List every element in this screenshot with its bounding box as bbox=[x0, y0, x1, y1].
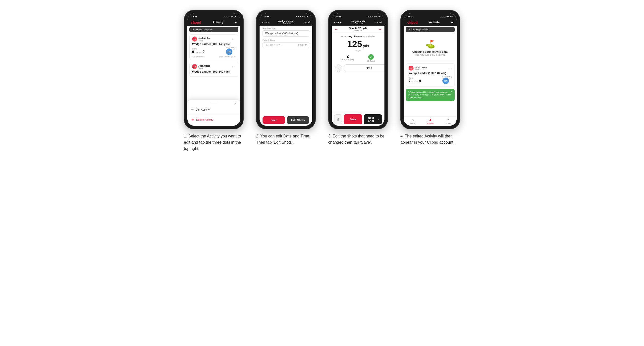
quality-label-4: Shot Quality bbox=[442, 76, 452, 78]
notch-3 bbox=[348, 13, 368, 18]
tab-activities[interactable]: ♟ Activities bbox=[422, 118, 439, 125]
signal-icon-4: ▲▲▲ bbox=[440, 16, 446, 18]
dots-menu-4[interactable]: ··· bbox=[449, 66, 452, 70]
tab-capture[interactable]: ⊕ Capture bbox=[439, 118, 456, 125]
user-date-4: Today bbox=[415, 69, 427, 70]
viewing-banner-4: ⚙ Viewing Activities bbox=[406, 27, 455, 32]
wifi-icon-2: WiFi bbox=[302, 16, 306, 18]
notch-2 bbox=[276, 13, 296, 18]
activity-card-4[interactable]: JC Josh Coles Today ··· Wedge Ladder (10… bbox=[406, 63, 455, 86]
phone-3-column: 14:39 ▲▲▲ WiFi ■ < Back Wedge Ladder 06 … bbox=[326, 10, 390, 146]
diff-value: 2 bbox=[342, 54, 354, 59]
arrow-icon-3: → bbox=[377, 118, 380, 121]
dots-menu-1[interactable]: ··· bbox=[232, 37, 236, 41]
phone-4-column: 14:38 ▲▲▲ WiFi ■ clippd Activity ≡ ⚙ V bbox=[398, 10, 462, 146]
capture-icon: ⊕ bbox=[446, 118, 450, 122]
shot-subheader: ← Shot 6, 125 yds Score 7/9 → bbox=[332, 26, 384, 33]
caption-4: 4. The edited Activity will then appear … bbox=[400, 133, 460, 146]
logo-1: clippd bbox=[191, 20, 201, 24]
form-buttons-2: Save Edit Shots bbox=[260, 114, 312, 126]
decrement-btn[interactable]: − bbox=[335, 64, 342, 72]
form-section-2: Practice Title Date & Time 06 / 03 / 202… bbox=[260, 26, 312, 114]
nav-title-3: Wedge Ladder bbox=[350, 20, 366, 23]
edit-activity-item[interactable]: ✏ Edit Activity bbox=[188, 105, 240, 114]
hamburger-icon-4[interactable]: ≡ bbox=[451, 20, 453, 24]
next-shot-btn[interactable]: Next Shot → bbox=[364, 114, 382, 124]
logo-4: clippd bbox=[407, 20, 418, 24]
notch-4 bbox=[420, 13, 440, 18]
practice-title-input[interactable] bbox=[262, 30, 309, 36]
delete-label-1: Delete Activity bbox=[196, 118, 213, 121]
signal-icon-3: ▲▲▲ bbox=[368, 16, 374, 18]
filter-icon-4: ⚙ bbox=[408, 28, 410, 31]
sheet-handle-1 bbox=[210, 103, 218, 103]
shot-stats-row: 2 Difference (yds) ✓ Hit Target bbox=[335, 54, 382, 62]
hamburger-icon-1[interactable]: ≡ bbox=[235, 20, 237, 24]
battery-icon-1: ■ bbox=[235, 16, 236, 18]
back-btn-3[interactable]: < Back bbox=[334, 21, 341, 24]
cancel-btn-2[interactable]: Cancel bbox=[303, 21, 310, 24]
shot-distance-input[interactable] bbox=[344, 64, 384, 72]
time-value: 1:13 PM bbox=[298, 44, 307, 46]
toast-close-icon[interactable]: ✕ bbox=[451, 90, 453, 94]
notch-1 bbox=[204, 13, 224, 18]
datetime-label: Date & Time bbox=[262, 39, 309, 41]
trash-btn-3[interactable]: 🗑 bbox=[334, 114, 342, 124]
back-btn-2[interactable]: < Back bbox=[262, 21, 269, 24]
updating-subtitle: This may take a few moments. bbox=[408, 54, 452, 56]
status-icons-1: ▲▲▲ WiFi ■ bbox=[224, 16, 236, 18]
phone-3: 14:39 ▲▲▲ WiFi ■ < Back Wedge Ladder 06 … bbox=[328, 10, 388, 129]
shot-content-3: Enter carry distance for each shot 125 y… bbox=[332, 33, 384, 113]
carry-bold: carry distance bbox=[347, 35, 362, 38]
dots-menu-2[interactable]: ··· bbox=[232, 65, 236, 68]
edit-icon-1: ✏ bbox=[191, 108, 194, 111]
nav-title-4: Activity bbox=[429, 21, 440, 24]
card-title-1: Wedge Ladder (100–140 yds) bbox=[192, 42, 236, 45]
activities-label: Activities bbox=[427, 123, 434, 124]
distance-value: 125 bbox=[347, 40, 362, 49]
date-sep2: / bbox=[274, 44, 275, 46]
hit-target-icon: ✓ bbox=[368, 54, 374, 60]
sheet-divider-1 bbox=[188, 115, 240, 115]
viewing-text-1: Viewing Activities bbox=[195, 28, 212, 31]
datetime-input[interactable]: 06 / 03 / 2023 1:13 PM bbox=[262, 42, 309, 48]
user-name-1: Josh Coles bbox=[198, 37, 210, 39]
date-day: 06 bbox=[265, 44, 268, 46]
distance-unit: yds bbox=[363, 44, 369, 48]
activity-card-2[interactable]: JC Josh Coles Today ··· Wedge Ladder (10… bbox=[189, 62, 238, 77]
user-name-2: Josh Coles bbox=[198, 65, 210, 67]
user-name-4: Josh Coles bbox=[415, 66, 427, 69]
updating-section: ⛳ Updating your activity data. This may … bbox=[406, 35, 455, 60]
home-label: Home bbox=[410, 123, 415, 124]
phone-2: 14:38 ▲▲▲ WiFi ■ < Back Wedge Ladder 06 … bbox=[256, 10, 316, 129]
edit-shots-button[interactable]: Edit Shots bbox=[287, 116, 309, 124]
nav-title-2: Wedge Ladder bbox=[278, 20, 294, 23]
avatar-2: JC bbox=[192, 64, 197, 69]
updating-title: Updating your activity data. bbox=[408, 50, 452, 53]
save-btn-3[interactable]: Save bbox=[344, 114, 362, 124]
shot-label: Shot 6, 125 yds bbox=[349, 27, 367, 29]
next-shot-nav-btn[interactable]: → bbox=[378, 27, 382, 31]
sheet-close-icon-1[interactable]: ✕ bbox=[234, 102, 237, 106]
input-row: − + bbox=[335, 64, 382, 72]
nav-subtitle-2: 06 Mar 2023 bbox=[278, 23, 294, 24]
tab-home[interactable]: ⌂ Home bbox=[404, 118, 422, 125]
quality-badge-4: 118 bbox=[442, 78, 449, 84]
caption-2: 2. You can edit Date and Time. Then tap … bbox=[256, 133, 316, 146]
cancel-btn-3[interactable]: Cancel bbox=[375, 21, 382, 24]
save-button-2[interactable]: Save bbox=[262, 116, 285, 124]
viewing-banner-1: ⚙ Viewing Activities bbox=[189, 27, 238, 32]
hit-target-label: Hit Target bbox=[367, 60, 375, 62]
delete-activity-item[interactable]: 🗑 Delete Activity bbox=[188, 116, 240, 124]
nav-bar-1: clippd Activity ≡ bbox=[188, 19, 240, 26]
diff-label: Difference (yds) bbox=[342, 59, 354, 60]
phone-4: 14:38 ▲▲▲ WiFi ■ clippd Activity ≡ ⚙ V bbox=[400, 10, 460, 129]
activity-card-1[interactable]: JC Josh Coles Today ··· Wedge Ladder (10… bbox=[189, 34, 238, 60]
user-date-2: Today bbox=[198, 67, 210, 69]
prev-shot-btn[interactable]: ← bbox=[334, 27, 338, 31]
phone-1: 14:38 ▲▲▲ WiFi ■ clippd Activity ≡ ⚙ V bbox=[184, 10, 244, 129]
avatar-4: JC bbox=[408, 66, 414, 71]
signal-icon-1: ▲▲▲ bbox=[224, 16, 230, 18]
outof-1: OUT OF bbox=[194, 51, 202, 53]
score-label-1: Score bbox=[192, 48, 204, 50]
